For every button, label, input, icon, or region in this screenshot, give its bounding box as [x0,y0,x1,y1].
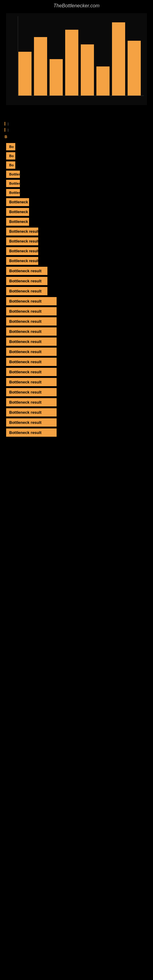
input-area-label: | [8,122,148,126]
result-row: Bottleneck result [5,257,148,265]
result-row: Bottleneck [5,189,148,196]
result-row: Bottleneck result [5,368,148,376]
result-label: Bottleneck result [6,348,57,356]
result-label: Bottleneck result [6,287,48,295]
result-label: Bo [6,161,15,169]
result-row: Bo [5,143,148,150]
result-row: Bottleneck r [5,180,148,187]
result-row: Bottleneck result [5,297,148,305]
results-container: Bo Bo Bo Bottleneck Bottleneck r Bottlen… [0,143,153,437]
result-row: Bottleneck result [5,228,148,235]
result-row: Bottleneck res [5,218,148,226]
result-row: Bottleneck result [5,388,148,396]
input-section: | | B [0,120,153,141]
result-label: Bottleneck result [6,317,57,326]
result-label: Bottleneck result [6,378,57,386]
result-label: Bottleneck result [6,237,38,245]
result-label: Bottleneck result [6,388,57,396]
result-label: Bottleneck result [6,368,57,376]
result-row: Bottleneck result [5,307,148,315]
result-row: Bottleneck result [5,208,148,216]
result-label: Bottleneck result [6,228,38,235]
result-row: Bottleneck result [5,348,148,356]
result-label: Bo [6,143,15,150]
site-title: TheBottlenecker.com [0,0,153,10]
result-row: Bo [5,152,148,159]
result-label: Bottleneck result [6,328,57,336]
result-row: Bottleneck result [5,337,148,346]
result-row: Bottleneck result [5,287,148,295]
result-row: Bottleneck result [5,317,148,326]
result-row: Bottleneck result [5,398,148,406]
result-label: Bottleneck result [6,428,57,437]
result-label: Bottleneck result [6,257,38,265]
result-row: Bottleneck result [5,378,148,386]
result-row: Bottleneck result [5,428,148,437]
input-area-label2: | [8,128,148,132]
result-row: Bottleneck result [5,418,148,426]
result-label: Bottleneck [6,189,20,196]
result-label: Bottleneck res [6,218,29,226]
bottleneck-section-indicator: B [5,134,148,140]
result-label: Bottleneck result [6,277,48,285]
result-row: Bottleneck result [5,237,148,245]
result-label: Bottleneck r [6,180,20,187]
result-label: Bottleneck result [6,398,57,406]
result-label: Bottleneck result [6,267,48,275]
result-label: Bottleneck result [6,247,38,255]
main-chart-area [6,13,147,105]
result-row: Bottleneck res [5,198,148,206]
result-label: Bottleneck result [6,358,57,366]
result-row: Bottleneck [5,170,148,178]
result-row: Bottleneck result [5,277,148,285]
result-row: Bottleneck result [5,358,148,366]
result-row: Bottleneck result [5,267,148,275]
result-label: Bottleneck result [6,418,57,426]
site-header: TheBottlenecker.com [0,0,153,10]
result-label: Bottleneck result [6,408,57,417]
result-label: Bottleneck res [6,198,29,206]
result-label: Bottleneck [6,170,20,178]
result-label: Bottleneck result [6,208,29,216]
result-row: Bottleneck result [5,328,148,336]
result-row: Bo [5,161,148,169]
result-label: Bo [6,152,15,159]
result-label: Bottleneck result [6,297,57,305]
result-label: Bottleneck result [6,337,57,346]
result-label: Bottleneck result [6,307,57,315]
result-row: Bottleneck result [5,247,148,255]
result-row: Bottleneck result [5,408,148,417]
